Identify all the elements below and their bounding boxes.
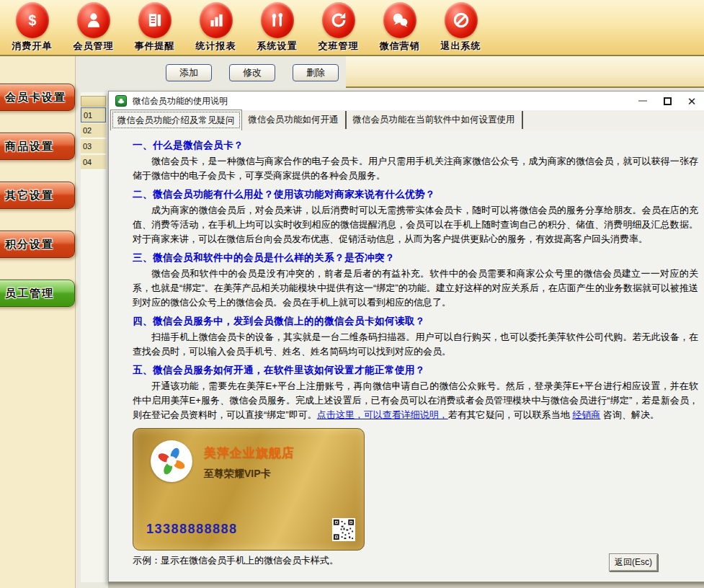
tools-icon	[261, 2, 294, 38]
section-heading-5: 五、微信会员服务如何开通，在软件里该如何设置才能正常使用？	[133, 364, 698, 377]
window-controls: ✕	[631, 92, 704, 110]
sidebar-item-staff-management[interactable]: 员工管理	[0, 280, 75, 307]
toolbar-item-label: 统计报表	[185, 40, 246, 53]
shop-logo-icon	[151, 440, 192, 482]
toolbar-item-exit[interactable]: 退出系统	[430, 0, 491, 53]
main-toolbar: $ 消费开单 会员管理 事件提醒 统计报表 系统设置	[0, 0, 704, 56]
toolbar-item-members[interactable]: 会员管理	[63, 0, 124, 53]
sidebar-item-label: 积分设置	[5, 238, 54, 251]
refresh-icon	[322, 2, 355, 38]
bar-chart-icon	[200, 2, 233, 38]
sidebar: 会员卡设置 商品设置 其它设置 积分设置 员工管理	[0, 56, 76, 588]
toolbar-item-label: 微信营销	[369, 40, 430, 53]
sidebar-item-product-settings[interactable]: 商品设置	[0, 133, 75, 160]
toolbar-item-label: 退出系统	[430, 40, 491, 53]
section-body-3: 微信会员和软件中的会员是没有冲突的，前者是后者的有益补充。软件中的会员需要和商家…	[133, 267, 698, 310]
table-header-cell	[81, 96, 106, 107]
delete-button[interactable]: 删除	[293, 64, 339, 81]
no-entry-icon	[445, 2, 478, 38]
minimize-icon[interactable]	[631, 92, 655, 110]
toolbar-item-label: 会员管理	[63, 40, 124, 53]
tab-software-setup[interactable]: 微信会员功能在当前软件中如何设置使用	[347, 111, 523, 129]
toolbar-item-settings[interactable]: 系统设置	[246, 0, 308, 53]
window-bottom-edge	[108, 582, 704, 588]
close-icon[interactable]: ✕	[680, 92, 704, 110]
tab-how-to-enable[interactable]: 微信会员功能如何开通	[242, 111, 347, 129]
card-vip-label: 至尊荣耀VIP卡	[204, 468, 271, 481]
sidebar-item-label: 会员卡设置	[5, 91, 66, 104]
sidebar-item-label: 商品设置	[5, 140, 54, 153]
maximize-icon[interactable]	[655, 92, 680, 110]
table-row[interactable]: 04	[81, 155, 106, 170]
add-button[interactable]: 添加	[166, 64, 212, 81]
dealer-link[interactable]: 经销商	[572, 409, 600, 420]
section-5-tail: 咨询、解决。	[600, 409, 659, 420]
sidebar-item-other-settings[interactable]: 其它设置	[0, 182, 75, 209]
detail-instructions-link[interactable]: 点击这里，可以查看详细说明，	[317, 409, 448, 420]
section-5-middle: 若有其它疑问，可以联系当地	[448, 409, 573, 420]
toolbar-item-shift[interactable]: 交班管理	[308, 0, 369, 53]
notebook-icon	[138, 2, 171, 38]
app-window: $ 消费开单 会员管理 事件提醒 统计报表 系统设置	[0, 0, 704, 588]
dialog-titlebar: 微信会员功能的使用说明 ✕	[109, 92, 704, 110]
sidebar-item-label: 员工管理	[5, 287, 54, 300]
sidebar-item-member-card-settings[interactable]: 会员卡设置	[0, 84, 75, 111]
table-row[interactable]: 03	[81, 139, 106, 154]
wechat-member-card-sample: 美萍企业旗舰店 至尊荣耀VIP卡 13388888888	[133, 428, 365, 551]
dialog-title: 微信会员功能的使用说明	[133, 95, 228, 107]
section-heading-2: 二、微信会员功能有什么用处？使用该功能对商家来说有什么优势？	[133, 188, 698, 201]
table-row[interactable]: 02	[81, 123, 106, 138]
wechat-icon	[383, 2, 416, 38]
section-heading-1: 一、什么是微信会员卡？	[133, 139, 698, 152]
toolbar-item-reports[interactable]: 统计报表	[185, 0, 246, 53]
dialog-tabstrip: 微信会员功能介绍及常见疑问 微信会员功能如何开通 微信会员功能在当前软件中如何设…	[109, 110, 704, 130]
svg-text:$: $	[28, 12, 36, 28]
background-table: 01 02 03 04	[81, 92, 108, 582]
section-heading-4: 四、微信会员服务中，发到会员微信上的的微信会员卡如何读取？	[133, 315, 698, 328]
card-member-number: 13388888888	[146, 522, 238, 537]
toolbar-item-wechat[interactable]: 微信营销	[369, 0, 430, 53]
member-icon	[77, 2, 110, 38]
qr-code-icon	[332, 518, 355, 541]
section-body-2: 成为商家的微信会员后，对会员来讲，以后消费时可以无需携带实体会员卡，随时可以将微…	[133, 203, 698, 246]
card-shop-name: 美萍企业旗舰店	[204, 445, 295, 461]
dialog-content: 一、什么是微信会员卡？ 微信会员卡，是一种微信与商家合作的电子会员卡。用户只需用…	[109, 130, 704, 583]
toolbar-item-label: 消费开单	[1, 40, 63, 53]
toolbar-item-label: 事件提醒	[124, 40, 185, 53]
toolbar-item-label: 系统设置	[246, 40, 308, 53]
section-body-4: 扫描手机上微信会员卡的设备，其实就是一台二维条码扫描器。用户可以自行购买，也可以…	[133, 330, 698, 359]
sidebar-item-points-settings[interactable]: 积分设置	[0, 231, 75, 258]
dialog-cloud-icon	[115, 95, 127, 107]
return-esc-button[interactable]: 返回(Esc)	[609, 553, 658, 571]
modify-button[interactable]: 修改	[229, 64, 275, 81]
table-row[interactable]: 01	[81, 107, 106, 122]
section-body-1: 微信会员卡，是一种微信与商家合作的电子会员卡。用户只需用手机关注商家微信公众号，…	[133, 154, 698, 183]
sidebar-item-label: 其它设置	[5, 189, 54, 202]
dollar-icon: $	[16, 2, 49, 38]
toolbar-item-billing[interactable]: $ 消费开单	[1, 0, 63, 53]
wechat-help-dialog: 微信会员功能的使用说明 ✕ 微信会员功能介绍及常见疑问 微信会员功能如何开通 微…	[108, 91, 704, 582]
toolbar-gold-strip	[346, 56, 704, 88]
toolbar-item-events[interactable]: 事件提醒	[124, 0, 185, 53]
toolbar-item-label: 交班管理	[308, 40, 369, 53]
tab-intro-faq[interactable]: 微信会员功能介绍及常见疑问	[110, 110, 242, 130]
section-body-5: 开通该功能，需要先在美萍E+平台上注册账号，再向微信申请自己的微信公众账号。然后…	[133, 379, 698, 422]
section-heading-3: 三、微信会员和软件中的会员是什么样的关系？是否冲突？	[133, 251, 698, 264]
